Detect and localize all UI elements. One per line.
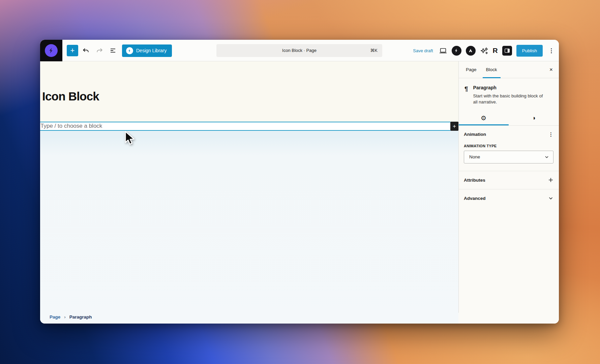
- list-view-button[interactable]: [107, 45, 119, 56]
- redo-button[interactable]: [94, 45, 105, 56]
- paragraph-placeholder: Type / to choose a block: [40, 122, 102, 130]
- block-name: Paragraph: [473, 85, 545, 90]
- ai-assistant-button[interactable]: [480, 47, 488, 55]
- paragraph-block-icon: ¶: [464, 85, 468, 105]
- design-library-label: Design Library: [136, 48, 167, 53]
- mouse-cursor: [124, 131, 136, 146]
- plus-icon: [548, 177, 553, 183]
- chevron-down-icon: [544, 155, 549, 159]
- settings-panel-toggle-button[interactable]: [502, 46, 512, 56]
- stackable-logo-icon: [45, 44, 58, 57]
- block-description: Start with the basic building block of a…: [473, 93, 545, 105]
- animation-panel: Animation ⋮ ANIMATION TYPE None: [458, 126, 559, 171]
- advanced-panel-toggle[interactable]: Advanced: [458, 189, 559, 207]
- animation-type-label: ANIMATION TYPE: [464, 144, 553, 148]
- chevron-down-icon: [548, 195, 553, 201]
- animation-panel-title: Animation: [464, 132, 486, 137]
- tab-settings[interactable]: ⚙: [458, 111, 509, 125]
- editor-toolbar: + Design Library: [40, 40, 559, 61]
- block-inserter-button[interactable]: +: [67, 45, 78, 56]
- editor-window: + Design Library: [40, 40, 559, 324]
- breadcrumb-paragraph[interactable]: Paragraph: [69, 314, 92, 320]
- laptop-icon: [439, 47, 447, 55]
- rank-math-r-icon: R: [493, 47, 498, 55]
- list-view-icon: [109, 47, 117, 54]
- sidebar-layout-icon: [504, 48, 510, 54]
- gear-icon: ⚙: [481, 114, 486, 122]
- close-sidebar-button[interactable]: ×: [547, 65, 556, 74]
- options-menu-button[interactable]: ⋮: [547, 47, 556, 54]
- redo-icon: [96, 47, 103, 54]
- undo-icon: [82, 47, 90, 54]
- toolbar-right: Save draft: [413, 40, 556, 61]
- stackable-settings-button[interactable]: [452, 46, 461, 56]
- selected-paragraph-block[interactable]: Type / to choose a block: [40, 122, 450, 131]
- animation-type-value: None: [469, 154, 480, 159]
- sparkles-icon: [480, 47, 488, 55]
- editor-content: Icon Block Type / to choose a block + Pa…: [40, 61, 559, 324]
- theme-a-button[interactable]: [466, 46, 476, 56]
- preview-button[interactable]: [439, 47, 447, 55]
- breadcrumb-separator: ›: [64, 314, 66, 320]
- stackable-bolt-icon: [454, 48, 459, 53]
- sidebar-tabs: Page Block ×: [458, 61, 559, 78]
- command-shortcut: ⌘K: [370, 44, 378, 57]
- block-settings-tabs: ⚙ ◑: [458, 111, 559, 126]
- lightning-bolt-icon: [48, 47, 55, 54]
- save-draft-button[interactable]: Save draft: [413, 48, 433, 53]
- rank-math-button[interactable]: R: [493, 47, 498, 55]
- breadcrumb-page[interactable]: Page: [50, 314, 60, 320]
- tab-block[interactable]: Block: [481, 61, 502, 78]
- editor-canvas[interactable]: Icon Block Type / to choose a block + Pa…: [40, 61, 458, 324]
- triangle-a-icon: [468, 48, 473, 53]
- animation-options-button[interactable]: ⋮: [548, 131, 553, 138]
- block-info-card: ¶ Paragraph Start with the basic buildin…: [458, 78, 559, 111]
- undo-button[interactable]: [80, 45, 92, 56]
- document-title: Icon Block · Page: [216, 44, 382, 57]
- page-title[interactable]: Icon Block: [42, 90, 99, 103]
- styles-contrast-icon: ◑: [532, 115, 536, 122]
- breadcrumb: Page › Paragraph: [50, 314, 92, 320]
- animation-type-select[interactable]: None: [464, 151, 553, 163]
- publish-button[interactable]: Publish: [516, 45, 543, 57]
- design-library-s-icon: [126, 47, 133, 54]
- design-library-button[interactable]: Design Library: [122, 44, 172, 57]
- block-appender-plus-button[interactable]: +: [450, 122, 458, 131]
- settings-sidebar: Page Block × ¶ Paragraph Start with the …: [458, 61, 559, 324]
- advanced-panel-title: Advanced: [464, 196, 486, 201]
- stackable-logo-block[interactable]: [40, 40, 62, 61]
- attributes-panel-toggle[interactable]: Attributes: [458, 171, 559, 189]
- document-command-bar[interactable]: Icon Block · Page ⌘K: [216, 44, 382, 57]
- tab-styles[interactable]: ◑: [509, 111, 559, 125]
- canvas-sidebar-divider: [458, 61, 459, 313]
- tab-page[interactable]: Page: [461, 61, 481, 78]
- toolbar-left: + Design Library: [40, 40, 172, 61]
- attributes-panel-title: Attributes: [464, 178, 485, 183]
